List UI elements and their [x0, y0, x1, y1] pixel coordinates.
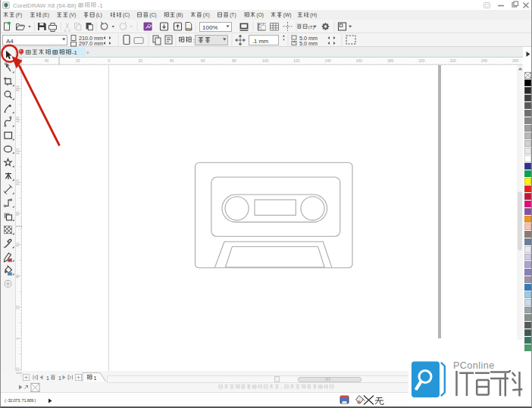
- svg-text:40: 40: [45, 58, 49, 63]
- svg-text:40: 40: [15, 274, 20, 279]
- svg-text:-1: -1: [72, 49, 77, 56]
- svg-text:220: 220: [449, 58, 456, 63]
- svg-text:100: 100: [262, 58, 269, 63]
- svg-text:(C): (C): [123, 12, 130, 18]
- svg-text:1: 1: [46, 375, 49, 381]
- svg-text:20: 20: [138, 58, 142, 63]
- svg-text:1: 1: [94, 375, 97, 382]
- svg-text::: :: [193, 37, 195, 44]
- svg-text:(O): (O): [256, 12, 264, 18]
- svg-text:160: 160: [356, 58, 363, 63]
- svg-text:PConline: PConline: [453, 360, 495, 371]
- svg-text:(F): (F): [16, 12, 22, 18]
- svg-text:140: 140: [15, 117, 20, 123]
- svg-text:(X): (X): [203, 12, 210, 18]
- svg-text:(T): (T): [230, 12, 236, 18]
- svg-text:( -32.073, 71.809 ): ( -32.073, 71.809 ): [5, 398, 36, 403]
- svg-text:140: 140: [325, 58, 332, 63]
- svg-text:40: 40: [170, 58, 174, 63]
- svg-text:-1: -1: [98, 2, 104, 9]
- svg-text:80: 80: [232, 58, 236, 63]
- svg-text:20: 20: [15, 367, 20, 372]
- svg-text:CorelDRAW X8 (64-Bit) -: CorelDRAW X8 (64-Bit) -: [13, 2, 80, 9]
- svg-text:260: 260: [512, 58, 519, 63]
- svg-text:(E): (E): [42, 12, 49, 18]
- svg-text:20: 20: [76, 58, 80, 63]
- svg-text:160: 160: [15, 86, 20, 92]
- svg-text:0: 0: [15, 337, 20, 339]
- svg-text:200: 200: [418, 58, 425, 63]
- svg-text:(V): (V): [69, 12, 76, 18]
- svg-text:+: +: [86, 48, 90, 57]
- svg-text:60: 60: [15, 242, 20, 247]
- svg-text:(W): (W): [283, 12, 292, 18]
- svg-text:100: 100: [15, 179, 20, 186]
- svg-text:(L): (L): [96, 12, 102, 18]
- svg-text:(T): (T): [308, 24, 315, 30]
- svg-text:1: 1: [58, 375, 61, 381]
- svg-text:80: 80: [15, 211, 20, 216]
- svg-text:(H): (H): [310, 12, 317, 18]
- svg-text:20: 20: [15, 305, 20, 310]
- svg-text:(C): (C): [149, 12, 156, 18]
- svg-text:120: 120: [15, 148, 20, 155]
- svg-text:(B): (B): [177, 12, 183, 18]
- svg-text:240: 240: [481, 58, 488, 63]
- svg-text:60: 60: [201, 58, 205, 63]
- svg-text:PDF: PDF: [186, 27, 193, 31]
- svg-text:0: 0: [108, 58, 111, 63]
- svg-text:180: 180: [387, 58, 394, 63]
- svg-text:297.0 mm: 297.0 mm: [79, 40, 103, 47]
- svg-text:5.0 mm: 5.0 mm: [299, 40, 318, 47]
- svg-text:,: ,: [280, 384, 282, 389]
- svg-text:120: 120: [293, 58, 300, 63]
